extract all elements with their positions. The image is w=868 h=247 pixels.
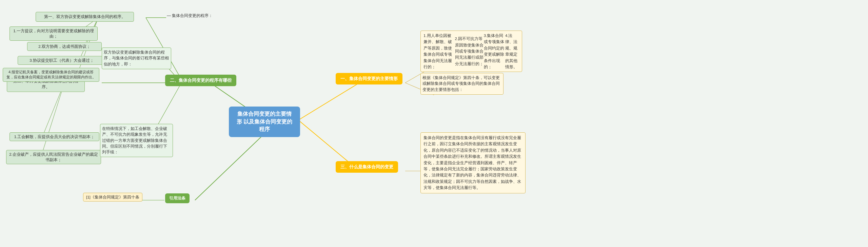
node-cite-label: 引用法条	[169, 195, 185, 201]
sub-item-5: 1.工会解散，应提供会员大会的决议书副本；	[9, 132, 99, 141]
node-first-procedure-label: 第一、双方协议变更或解除集体合同的程序。	[44, 14, 125, 20]
center-label: 集体合同变更的主要情形 以及集体合同变更的程序	[236, 110, 293, 133]
right-item-2: 2.因不可抗力等原因致使集体合同或专项集体合同无法履行或部分无法履行的；	[455, 36, 484, 67]
node-main-form: 一、集体合同变更的主要情形	[336, 73, 402, 84]
middle-text-1: 双方协议变更或解除集体合同的程序，与集体合同的签订程序有某些相似的地方，即：	[102, 48, 171, 69]
sub-item-4: 4.报登记机关备案，变更或解除集体合同的建议或答复，应在集体合同规定或有关法律规…	[3, 68, 99, 82]
middle-text-2: 在特殊情况下，如工会解散、企业破产、不可抗力的现象发生等，允许无过错的一方单方面…	[100, 124, 173, 157]
svg-line-3	[195, 134, 264, 200]
right-text-what: 集体合同的变更是指在集体合同没有履行或没有完全履行之前，因订立集体合同所依据的主…	[420, 132, 526, 193]
node-what-change: 三、什么是集体合同的变更	[336, 161, 398, 173]
center-node: 集体合同变更的主要情形 以及集体合同变更的程序	[229, 107, 300, 137]
node-cite: 引用法条	[165, 193, 190, 203]
node-procedure-label: 二、集体合同变更的程序有哪些	[170, 77, 232, 83]
procedure-label-arrow: — 集体合同变更的程序：	[167, 13, 213, 19]
right-items-list: 1.用人单位因被兼并、解散、破产等原因，致使集体合同或专项集体合同无法履行的； …	[420, 31, 522, 72]
node-main-form-label: 一、集体合同变更的主要情形	[340, 76, 398, 82]
node-first-procedure: 第一、双方协议变更或解除集体合同的程序。	[36, 12, 134, 22]
right-item-3: 3.集体合同或专项集体合同约定的变更或解除条件出现的；	[484, 33, 505, 70]
svg-line-10	[41, 83, 64, 158]
node-what-change-label: 三、什么是集体合同的变更	[340, 164, 393, 170]
mind-map: 集体合同变更的主要情形 以及集体合同变更的程序 二、集体合同变更的程序有哪些 一…	[0, 0, 868, 247]
right-text-lead: 根据《集体合同规定》第四十条，可以变更或解除集体合同或专项集体合同的集体合同变更…	[420, 73, 504, 95]
right-item-1: 1.用人单位因被兼并、解散、破产等原因，致使集体合同或专项集体合同无法履行的；	[423, 33, 455, 70]
sub-item-3: 3.协议提交职工（代表）大会通过；	[18, 56, 106, 65]
sub-item-1: 1.一方提议，向对方说明需要变更或解除的理由；	[9, 26, 98, 41]
svg-line-2	[298, 83, 359, 120]
sub-item-2: 2.双方协商，达成书面协议；	[27, 42, 102, 51]
right-item-4: 4.法律、法规、规章规定的其他情形。	[505, 33, 519, 70]
sub-item-6: 2.企业破产，应提供人民法院宣告企业破产的裁定书副本；	[6, 150, 101, 164]
node-procedure: 二、集体合同变更的程序有哪些	[165, 75, 236, 86]
cite-text: [1]《集体合同规定》第四十条	[83, 193, 142, 202]
